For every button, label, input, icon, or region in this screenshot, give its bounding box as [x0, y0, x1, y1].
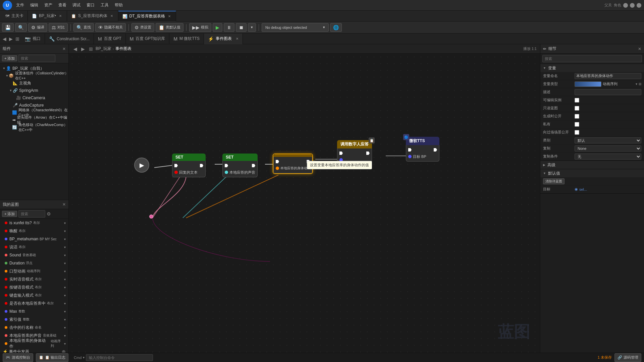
bp-expand-realtime[interactable]: ▾	[64, 278, 66, 281]
replication-cond-select[interactable]: 无	[575, 154, 641, 160]
win-maximize-btn[interactable]	[630, 3, 635, 8]
bp-expand-sound[interactable]: ▾	[64, 253, 66, 257]
bp-expand-inlocal[interactable]: ▾	[64, 302, 66, 305]
bp-expand-metahuman[interactable]: ▾	[64, 237, 66, 241]
tab-bp-player-close[interactable]: ✕	[58, 14, 63, 18]
editor-tab-gpt-knowledge[interactable]: M 百度 GPT知识库	[126, 34, 170, 44]
nav-forward-icon[interactable]: ▶	[80, 46, 86, 52]
bp-item-keyboard[interactable]: 键盘输入模式 布尔 ▾	[0, 291, 68, 299]
editor-tab-tts[interactable]: M M 微软TTS	[169, 34, 204, 44]
find-btn[interactable]: 🔍 直找	[73, 23, 94, 32]
tab-struct[interactable]: 📋 S_应答库结构体 ✕	[67, 11, 118, 21]
bp-expand-wakeup[interactable]: ▾	[64, 229, 66, 233]
menu-view[interactable]: 查看	[56, 2, 69, 9]
save-btn[interactable]: 💾	[2, 23, 14, 32]
bp-expand-keyboard[interactable]: ▾	[64, 294, 66, 297]
bp-item-localanim[interactable]: 本地应答库的身体动作 动画序列 ▾	[0, 340, 68, 348]
bp-expand-max[interactable]: ▾	[64, 310, 66, 313]
bp-expand-keyvoice[interactable]: ▾	[64, 286, 66, 289]
bp-item-metahuman[interactable]: BP_metahuman BP MY Sec ▾	[0, 235, 68, 243]
set1-data-pin[interactable]	[174, 171, 178, 174]
tree-item-charmove[interactable]: 🔄 角色移动（CharMoveComp）在C++中	[0, 124, 68, 131]
tab-datatable-close[interactable]: ✕	[167, 14, 172, 19]
tab-main-level[interactable]: 🗺 主关卡	[1, 11, 28, 21]
cmd-input[interactable]	[86, 354, 153, 361]
tts-exec-in-pin[interactable]	[408, 148, 412, 152]
bp-item-speak[interactable]: 说话 布尔 ▾	[0, 243, 68, 251]
breadcrumb-item-player[interactable]: BP_玩家	[96, 46, 111, 52]
bp-item-max[interactable]: Max 整数 ▾	[0, 307, 68, 315]
menu-asset[interactable]: 资产	[42, 2, 55, 9]
variables-section-header[interactable]: ▼ 变量	[540, 64, 644, 72]
advanced-section-header[interactable]: ▶ 高级	[540, 161, 644, 169]
editor-tab-event-graph[interactable]: ⚡ 事件图表 ✕	[204, 34, 243, 44]
browse-btn[interactable]: 🔍	[15, 23, 27, 32]
bp-item-xunfei[interactable]: is xunfei tts? 布尔 ▾	[0, 219, 68, 227]
call-exec-out-pin[interactable]	[366, 152, 370, 155]
class-settings-btn[interactable]: ⚙ 类设置	[131, 23, 154, 32]
source-control-btn[interactable]: 🔗 源码管理	[614, 353, 641, 362]
event-graph-close[interactable]: ✕	[236, 37, 238, 41]
bp-item-duration[interactable]: Duration 浮点 ▾	[0, 259, 68, 267]
details-search-input[interactable]	[542, 55, 642, 62]
tree-item-cinecam[interactable]: 🎥 CineCamera	[0, 94, 68, 102]
tab-bp-player[interactable]: 📄 BP_玩家• ✕	[28, 11, 67, 21]
tree-item-springarm[interactable]: ▼ 🔗 SpringArm	[0, 87, 68, 94]
class-defaults-btn[interactable]: 📋 类默认值	[156, 23, 183, 32]
details-close[interactable]: ✕	[638, 47, 641, 51]
nav-grid-icon[interactable]: ⊞	[88, 46, 94, 52]
stop-btn[interactable]: ⏹	[236, 23, 247, 32]
bp-item-index[interactable]: 索引值 整数 ▾	[0, 315, 68, 323]
pause-btn[interactable]: ⏸	[224, 23, 234, 32]
category-select[interactable]: 默认	[575, 137, 641, 143]
tab-struct-close[interactable]: ✕	[109, 14, 114, 18]
bp-item-realtime[interactable]: 实时语音模式 布尔 ▾	[0, 275, 68, 283]
clear-default-btn[interactable]: 清除详蓝图	[543, 178, 565, 184]
replication-select[interactable]: None	[575, 145, 641, 152]
menu-edit[interactable]: 编辑	[28, 2, 41, 9]
expose-cinema-checkbox[interactable]	[575, 130, 579, 135]
bp-item-hitrow[interactable]: 击中的行名称 命名 ▾	[0, 323, 68, 331]
set1-exec-out-pin[interactable]	[200, 164, 203, 167]
play-btn[interactable]: ▶	[213, 23, 222, 32]
menu-window[interactable]: 窗口	[84, 2, 97, 9]
add-component-btn[interactable]: + 添加	[2, 55, 17, 61]
hide-unrelated-btn[interactable]: 👁 隐藏不相关	[95, 23, 126, 32]
bp-expand-duration[interactable]: ▾	[64, 261, 66, 265]
win-close-btn[interactable]	[637, 3, 641, 8]
default-values-header[interactable]: ▼ 默认值	[540, 169, 644, 177]
set3-exec-in-pin[interactable]	[276, 160, 279, 163]
set3-data-pin[interactable]	[276, 167, 279, 170]
menu-help[interactable]: 帮助	[112, 2, 125, 9]
bp-expand-localsound[interactable]: ▾	[64, 334, 66, 338]
cmd-dropdown-icon[interactable]: ▾	[83, 356, 85, 359]
set2-exec-out-pin[interactable]	[252, 164, 255, 167]
var-type-array-icon[interactable]: ⊞	[639, 82, 641, 86]
entry-exec-pin[interactable]: ▶	[140, 162, 144, 169]
bp-expand-localanim[interactable]: ▾	[64, 342, 66, 346]
set2-exec-in-pin[interactable]	[225, 164, 228, 167]
bp-item-keyvoice[interactable]: 按键语音模式 布尔 ▾	[0, 283, 68, 291]
set-node-2[interactable]: SET 本地应答的声音	[222, 154, 258, 177]
nav-forward-btn[interactable]: ▶	[8, 36, 14, 42]
private-checkbox[interactable]	[575, 122, 579, 127]
readonly-checkbox[interactable]	[575, 106, 579, 111]
debug-selector[interactable]: No debug object selected ▾	[262, 23, 329, 32]
my-blueprints-close[interactable]: ✕	[62, 202, 66, 207]
bp-expand-index[interactable]: ▾	[64, 318, 66, 321]
nav-back-icon[interactable]: ◀	[72, 46, 78, 52]
bp-item-wakeup[interactable]: 唤醒 布尔 ▾	[0, 227, 68, 235]
gameplay-debugger-btn[interactable]: 🎮 游戏控制台	[3, 353, 33, 362]
blueprint-search-input[interactable]	[18, 210, 45, 218]
menu-debug[interactable]: 调试	[70, 2, 83, 9]
components-panel-close[interactable]: ✕	[62, 47, 66, 51]
spawn-checkbox[interactable]	[575, 114, 579, 119]
tts-target-pin[interactable]	[408, 155, 412, 158]
output-log-btn[interactable]: 📋 📋 输出日志	[36, 353, 68, 362]
bp-expand-anim[interactable]: ▾	[64, 269, 66, 273]
bp-item-anim[interactable]: 口型动画 动画序列 ▾	[0, 267, 68, 275]
editable-checkbox[interactable]	[575, 98, 579, 103]
bp-add-event[interactable]: ⊕	[62, 349, 66, 353]
compile-btn[interactable]: ⚙ 编译	[28, 23, 47, 32]
nav-grid-btn[interactable]: ⊞	[14, 36, 21, 42]
